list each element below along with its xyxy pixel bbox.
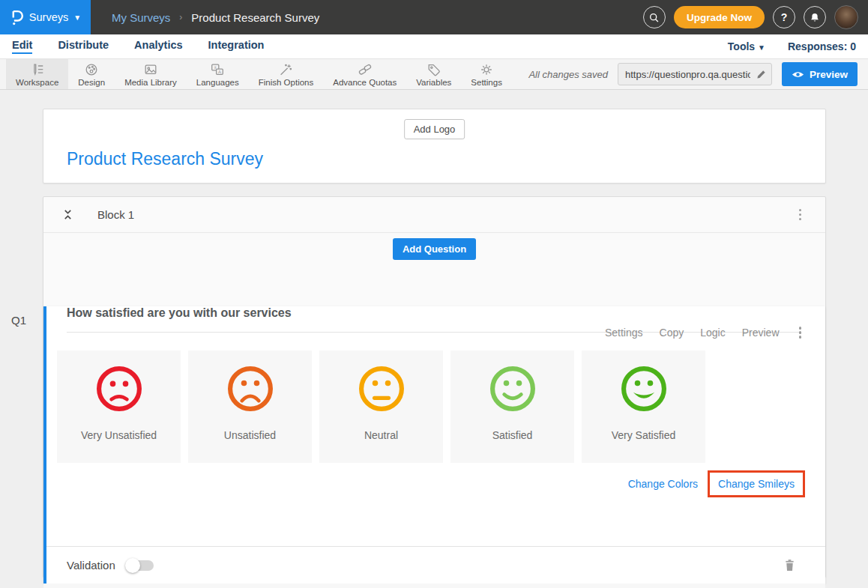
workspace-icon — [30, 62, 45, 77]
question-logic-link[interactable]: Logic — [700, 327, 725, 339]
toolbar-item-variables[interactable]: Variables — [406, 59, 461, 89]
block-card: Block 1 Add Question Settings Copy Logic… — [43, 196, 826, 578]
smiley-option-unsatisfied[interactable]: Unsatisfied — [188, 351, 312, 463]
smiley-options: Very Unsatisfied Unsatisfied — [57, 351, 825, 463]
svg-text:A: A — [218, 69, 221, 73]
search-button[interactable] — [643, 6, 666, 28]
breadcrumb: My Surveys › Product Research Survey — [112, 11, 319, 24]
nav-tabs: Edit Distribute Analytics Integration — [12, 39, 264, 54]
survey-url-input[interactable] — [618, 69, 752, 80]
breadcrumb-my-surveys[interactable]: My Surveys — [112, 11, 170, 24]
survey-url-box — [618, 63, 772, 85]
toolbar-item-languages[interactable]: x̄A Languages — [187, 59, 249, 89]
question-preview-link[interactable]: Preview — [742, 327, 780, 339]
tab-analytics[interactable]: Analytics — [134, 39, 182, 54]
eye-icon — [792, 70, 804, 79]
block-more-options-icon[interactable] — [796, 206, 805, 224]
breadcrumb-current: Product Research Survey — [191, 11, 319, 24]
very-satisfied-face-icon — [618, 363, 669, 414]
add-question-row-bottom: Add Question Page Break Separator — [43, 584, 825, 588]
add-question-row-top: Add Question — [43, 233, 825, 264]
smiley-option-label: Unsatisfied — [224, 429, 276, 441]
toolbar-right: All changes saved Preview — [528, 59, 858, 89]
notifications-button[interactable] — [804, 6, 826, 28]
validation-toggle[interactable] — [127, 560, 154, 571]
change-smileys-link[interactable]: Change Smileys — [718, 478, 795, 490]
toolbar-item-design[interactable]: Design — [68, 59, 115, 89]
validation-row: Validation — [46, 546, 825, 584]
avatar[interactable] — [834, 5, 858, 29]
edit-url-button[interactable] — [752, 64, 771, 85]
pencil-icon — [756, 70, 766, 79]
question-number: Q1 — [11, 314, 26, 327]
toolbar-item-finish-options[interactable]: Finish Options — [249, 59, 324, 89]
collapse-block-icon[interactable] — [63, 209, 73, 220]
change-colors-link[interactable]: Change Colors — [628, 478, 698, 490]
tab-distribute[interactable]: Distribute — [58, 39, 109, 54]
smiley-option-neutral[interactable]: Neutral — [319, 351, 443, 463]
help-icon: ? — [781, 11, 788, 23]
toolbar-item-workspace[interactable]: Workspace — [6, 59, 68, 89]
smiley-customize-links: Change Colors Change Smileys — [46, 470, 805, 497]
search-icon — [648, 12, 660, 23]
smiley-option-satisfied[interactable]: Satisfied — [450, 351, 574, 463]
app-logo-menu[interactable]: Surveys ▼ — [0, 0, 91, 34]
tools-menu[interactable]: Tools ▼ — [728, 40, 765, 52]
image-icon — [143, 62, 158, 77]
gear-icon — [479, 62, 494, 77]
annotation-highlight-box: Change Smileys — [708, 470, 805, 497]
survey-editor-canvas: Q1 Add Logo Product Research Survey Bloc… — [0, 90, 868, 588]
help-button[interactable]: ? — [773, 6, 795, 28]
smiley-option-very-satisfied[interactable]: Very Satisfied — [582, 351, 705, 463]
block-header: Block 1 — [43, 197, 825, 233]
add-question-button-top[interactable]: Add Question — [393, 238, 476, 260]
survey-nav: Edit Distribute Analytics Integration To… — [0, 34, 868, 58]
tag-icon — [427, 62, 441, 77]
translate-icon: x̄A — [210, 62, 225, 77]
chain-icon — [358, 62, 373, 77]
smiley-option-label: Very Unsatisfied — [81, 429, 157, 441]
smiley-option-very-unsatisfied[interactable]: Very Unsatisfied — [57, 351, 181, 463]
preview-button[interactable]: Preview — [782, 62, 858, 86]
tab-integration[interactable]: Integration — [208, 39, 265, 54]
responses-count[interactable]: Responses: 0 — [788, 40, 856, 52]
question-more-options-icon[interactable] — [796, 324, 805, 342]
satisfied-face-icon — [487, 363, 538, 414]
wand-icon — [278, 62, 293, 77]
toolbar-item-advance-quotas[interactable]: Advance Quotas — [323, 59, 406, 89]
validation-label: Validation — [67, 559, 115, 572]
question-actions: Settings Copy Logic Preview — [605, 324, 804, 342]
neutral-face-icon — [356, 363, 407, 414]
tab-edit[interactable]: Edit — [12, 39, 32, 54]
unsatisfied-face-icon — [225, 363, 276, 414]
palette-icon — [84, 62, 99, 77]
bell-icon — [809, 12, 821, 23]
survey-header-card: Add Logo Product Research Survey — [43, 109, 826, 184]
block-title[interactable]: Block 1 — [97, 208, 134, 221]
very-unsatisfied-face-icon — [94, 363, 145, 414]
question-card: Settings Copy Logic Preview How satisfie… — [43, 306, 825, 584]
product-label: Surveys — [29, 11, 68, 23]
questionpro-logo-icon — [10, 9, 24, 26]
smiley-option-label: Neutral — [364, 429, 398, 441]
chevron-down-icon: ▼ — [758, 43, 765, 52]
workspace-toolbar: Workspace Design Media Library x̄A Langu… — [0, 58, 868, 90]
upgrade-now-button[interactable]: Upgrade Now — [674, 6, 765, 28]
survey-title[interactable]: Product Research Survey — [67, 149, 263, 169]
save-status: All changes saved — [528, 69, 608, 80]
chevron-down-icon: ▼ — [73, 13, 81, 22]
nav-right: Tools ▼ Responses: 0 — [728, 40, 856, 52]
top-bar: Surveys ▼ My Surveys › Product Research … — [0, 0, 868, 34]
smiley-option-label: Satisfied — [492, 429, 533, 441]
delete-question-button[interactable] — [784, 559, 795, 572]
toolbar-item-media-library[interactable]: Media Library — [115, 59, 187, 89]
breadcrumb-separator-icon: › — [179, 12, 182, 22]
trash-icon — [784, 559, 795, 572]
question-settings-link[interactable]: Settings — [605, 327, 643, 339]
add-logo-button[interactable]: Add Logo — [404, 119, 465, 139]
topbar-actions: Upgrade Now ? — [643, 5, 858, 29]
smiley-option-label: Very Satisfied — [612, 429, 676, 441]
toolbar-item-settings[interactable]: Settings — [461, 59, 512, 89]
question-copy-link[interactable]: Copy — [660, 327, 684, 339]
